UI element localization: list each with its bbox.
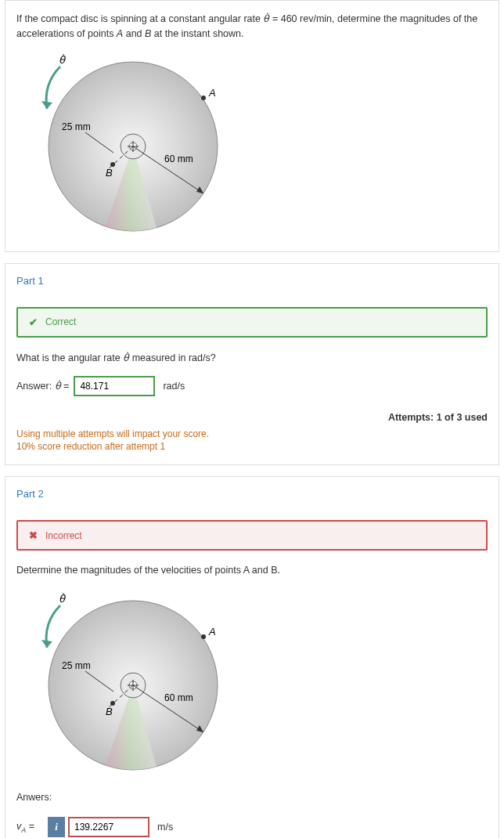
vA-label: vA = <box>16 821 43 834</box>
svg-marker-23 <box>41 640 52 648</box>
part1-answer-row: Answer: θ̇ = rad/s <box>16 376 488 396</box>
svg-marker-11 <box>41 101 52 109</box>
part1-status: ✔ Correct <box>16 307 488 338</box>
disc-point-b: B <box>106 167 113 179</box>
part2-rowA: vA = i m/s <box>16 817 488 837</box>
disc-theta-label: θ̇ <box>59 54 67 66</box>
disc-r60: 60 mm <box>164 154 193 164</box>
vA-input[interactable] <box>68 817 149 837</box>
part1-status-text: Correct <box>45 316 76 327</box>
answers-label: Anwers: <box>16 792 488 803</box>
part2-question: Determine the magnitudes of the velociti… <box>16 565 488 576</box>
svg-text:B: B <box>106 706 113 717</box>
q1a: What is the angular rate <box>16 352 123 363</box>
t1: If the compact disc is spinning at a con… <box>16 13 263 24</box>
part2-status-text: Incorrect <box>45 530 82 541</box>
svg-point-9 <box>201 96 206 100</box>
part1-warn1: Using multiple attempts will impact your… <box>16 428 488 441</box>
svg-text:25 mm: 25 mm <box>62 660 91 671</box>
part1-unit: rad/s <box>163 381 185 392</box>
x-icon: ✖ <box>29 529 38 541</box>
part1-answer-label: Answer: θ̇ = <box>16 380 69 392</box>
part1-header: Part 1 <box>5 263 499 296</box>
svg-point-21 <box>201 634 206 639</box>
part2-header: Part 2 <box>5 476 499 509</box>
al1: Answer: <box>16 381 55 392</box>
svg-text:θ̇: θ̇ <box>59 593 67 605</box>
t3: and <box>123 28 145 39</box>
part1-input[interactable] <box>74 376 155 396</box>
part1-attempts: Attempts: 1 of 3 used <box>16 412 488 423</box>
part2-status: ✖ Incorrect <box>16 520 488 551</box>
t4: at the instant shown. <box>151 28 243 39</box>
q1theta: θ̇ <box>123 352 129 363</box>
disc-figure: θ̇ A B 25 mm 60 mm <box>16 49 488 240</box>
svg-text:60 mm: 60 mm <box>164 692 193 703</box>
info-icon[interactable]: i <box>48 817 65 837</box>
vA-eq: = <box>26 821 34 832</box>
check-icon: ✔ <box>29 316 38 328</box>
disc-point-a: A <box>208 87 216 99</box>
part1-warn2: 10% score reduction after attempt 1 <box>16 440 488 453</box>
problem-statement: If the compact disc is spinning at a con… <box>5 0 499 252</box>
disc-r25: 25 mm <box>62 121 91 132</box>
svg-text:A: A <box>208 626 216 638</box>
al3: = <box>61 381 70 392</box>
pA: A <box>117 28 123 39</box>
part2-body: ✖ Incorrect Determine the magnitudes of … <box>5 509 499 838</box>
part2-title: Part 2 <box>16 488 44 500</box>
q1b: measured in rad/s? <box>129 352 215 363</box>
disc-figure-2: θ̇ A B 25 mm 60 mm <box>16 588 488 779</box>
al2: θ̇ <box>55 381 61 392</box>
part1-body: ✔ Correct What is the angular rate θ̇ me… <box>5 296 499 466</box>
problem-text: If the compact disc is spinning at a con… <box>16 12 488 42</box>
part1-question: What is the angular rate θ̇ measured in … <box>16 352 488 363</box>
vA-unit: m/s <box>157 822 173 833</box>
part1-title: Part 1 <box>16 275 44 287</box>
